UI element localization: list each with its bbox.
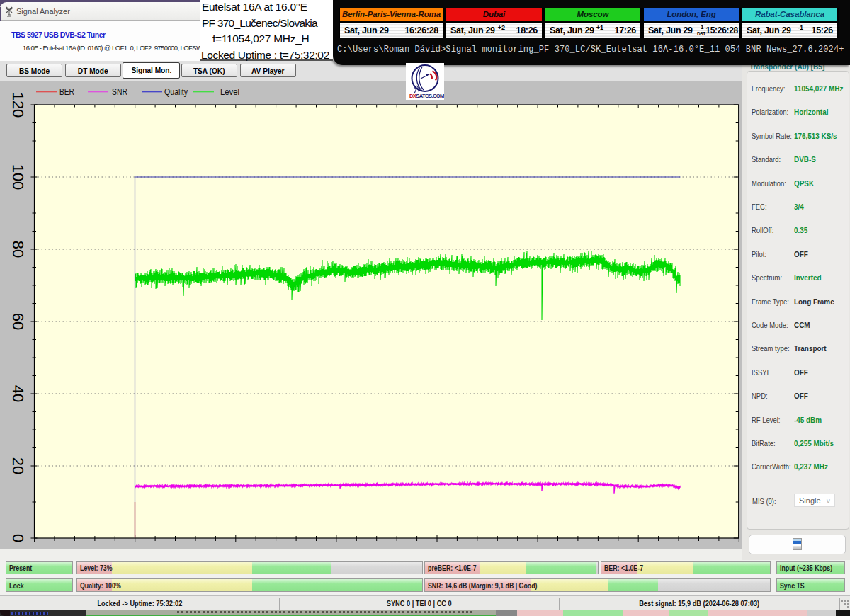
svg-text:SNR: SNR [112, 86, 128, 97]
svg-text:BER: BER [60, 86, 74, 97]
svg-text:120: 120 [9, 92, 27, 118]
svg-text:Level: Level [220, 86, 239, 97]
svg-text:0: 0 [9, 534, 27, 542]
svg-text:Quality: Quality [164, 86, 188, 97]
svg-text:DXSATCS.COM: DXSATCS.COM [409, 93, 444, 99]
svg-text:60: 60 [9, 313, 27, 330]
svg-text:80: 80 [9, 241, 27, 258]
svg-text:40: 40 [9, 385, 27, 402]
svg-text:100: 100 [9, 164, 27, 190]
svg-text:20: 20 [9, 457, 27, 474]
